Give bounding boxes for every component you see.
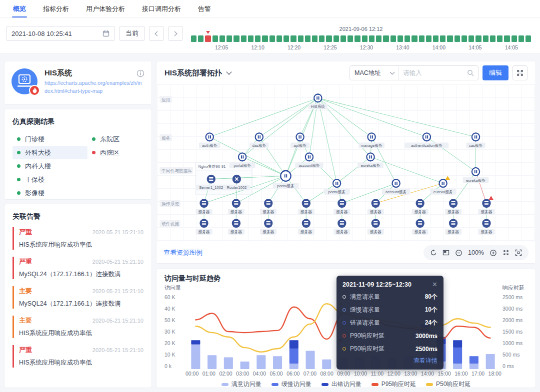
topology-node[interactable]: 服务器 — [228, 219, 244, 235]
topology-node[interactable]: portal服务 — [324, 179, 350, 195]
alert-item[interactable]: 主要2020-05-21 15:21:10HIS系统应用响应成功率低 — [12, 316, 144, 338]
timeline-block[interactable] — [248, 35, 254, 42]
next-button[interactable] — [168, 26, 183, 41]
timeline-block[interactable] — [412, 35, 417, 42]
timeline-block[interactable] — [334, 35, 339, 42]
application-url-link[interactable]: https://echarts.apache.org/examples/zh/i… — [44, 79, 144, 95]
topology-node[interactable]: das服务 — [250, 133, 268, 148]
timeline-block[interactable] — [504, 35, 510, 42]
timeline-block[interactable] — [319, 35, 324, 42]
tab-item[interactable]: 接口调用分析 — [142, 0, 181, 17]
tab-item[interactable]: 指标分析 — [43, 0, 69, 17]
topology-node[interactable]: 服务器 — [478, 196, 494, 214]
topology-node[interactable]: 服务器 — [478, 219, 494, 235]
timeline-block[interactable] — [348, 35, 353, 42]
simulation-item[interactable]: 东院区 — [88, 132, 144, 146]
topology-node[interactable]: 服务器 — [445, 199, 462, 215]
topology-node[interactable]: 服务器 — [298, 199, 314, 215]
resource-legend-link[interactable]: 查看资源图例 — [164, 248, 202, 257]
alert-item[interactable]: 严重2020-05-21 15:21:10HIS系统应用响应成功率低 — [12, 345, 144, 368]
search-type-select[interactable]: MAC地址 — [350, 66, 399, 80]
topology-node[interactable]: 服务器 — [368, 199, 384, 215]
tab-item[interactable]: 用户体验分析 — [86, 0, 125, 17]
topology-node[interactable]: 服务器 — [260, 219, 276, 235]
timeline-block[interactable] — [340, 35, 346, 42]
timeline-block[interactable] — [454, 35, 460, 42]
simulation-item[interactable]: 干保楼 — [12, 173, 88, 186]
timeline-block[interactable] — [205, 35, 210, 42]
timeline-block[interactable] — [512, 35, 517, 42]
simulation-item[interactable]: 门诊楼 — [12, 132, 88, 146]
search-input[interactable] — [403, 69, 464, 76]
topology-graph[interactable]: Nginx集群90-91HIS系统auth服务das服务api服务manage服… — [157, 84, 535, 242]
topology-node[interactable]: 服务器 — [228, 199, 244, 215]
timeline-block[interactable] — [497, 35, 502, 42]
current-button[interactable]: 当前 — [119, 26, 145, 41]
simulation-item[interactable]: 外科大楼 — [12, 146, 88, 159]
alert-item[interactable]: 主要2020-05-21 15:21:10MySQL24（172.17.166.… — [12, 286, 144, 309]
timeline-block[interactable] — [390, 35, 396, 42]
timeline-block[interactable] — [298, 35, 304, 42]
timeline-block[interactable] — [212, 35, 218, 42]
zoom-in-icon[interactable] — [490, 249, 497, 257]
timeline-block[interactable] — [476, 35, 481, 42]
expand-icon[interactable] — [502, 249, 510, 256]
timeline-block[interactable] — [305, 35, 310, 42]
timeline-block[interactable] — [483, 35, 488, 42]
refresh-icon[interactable] — [430, 249, 437, 256]
edit-button[interactable]: 编辑 — [482, 65, 508, 80]
topology-node[interactable]: eureka服务 — [463, 168, 489, 183]
timeline-block[interactable] — [376, 35, 382, 42]
topology-node[interactable]: eureka服务 — [430, 176, 456, 194]
topology-node[interactable]: 服务器 — [412, 219, 428, 235]
timeline-block[interactable] — [326, 35, 332, 42]
simulation-item[interactable]: 西院区 — [88, 146, 144, 159]
topology-node[interactable]: 服务器 — [368, 219, 384, 235]
topology-node[interactable]: account服务 — [295, 153, 323, 168]
timeline-block[interactable] — [270, 35, 275, 42]
timeline-block[interactable] — [220, 35, 225, 42]
timeline-block[interactable] — [234, 35, 239, 42]
topology-node[interactable]: 服务器 — [260, 199, 276, 215]
alert-item[interactable]: 严重2020-05-21 15:21:10HIS系统应用响应成功率低 — [12, 227, 144, 250]
timeline-block[interactable] — [462, 35, 467, 42]
timeline-block[interactable] — [440, 35, 446, 42]
info-icon[interactable] — [136, 69, 144, 77]
timeline-block[interactable] — [354, 35, 360, 42]
topology-node[interactable]: authentication服务 — [404, 133, 448, 148]
timeline-block[interactable] — [426, 35, 432, 42]
timeline-block[interactable] — [398, 35, 403, 42]
close-icon[interactable]: ✕ — [432, 281, 438, 288]
timeline-block[interactable] — [419, 35, 424, 42]
simulation-item[interactable]: 影像楼 — [12, 186, 88, 200]
timeline-block[interactable] — [191, 35, 196, 42]
timeline-block[interactable] — [383, 35, 388, 42]
prev-button[interactable] — [149, 26, 164, 41]
legend-item[interactable]: P50响应时延 — [426, 380, 470, 388]
timeline-block[interactable] — [518, 35, 524, 42]
topology-node[interactable]: 服务器 — [445, 219, 462, 235]
timeline-block[interactable] — [526, 35, 531, 42]
timeline-block[interactable] — [255, 35, 260, 42]
topology-node[interactable]: eureka服务 — [358, 153, 384, 168]
legend-item[interactable]: 满意访问量 — [222, 380, 262, 388]
timeline-block[interactable] — [369, 35, 374, 42]
timeline-block[interactable] — [262, 35, 268, 42]
timeline-block[interactable] — [241, 35, 246, 42]
legend-item[interactable]: P95响应时延 — [372, 380, 416, 388]
topology-node[interactable]: manage服务 — [358, 133, 384, 148]
fit-screen-icon[interactable] — [515, 249, 522, 256]
fullscreen-button[interactable] — [512, 65, 528, 80]
tab-active[interactable]: 概览 — [13, 0, 26, 17]
topology-node[interactable]: api服务 — [290, 133, 310, 148]
topology-node[interactable]: 服务器 — [412, 199, 428, 215]
tab-item[interactable]: 告警 — [198, 0, 211, 17]
search-icon[interactable] — [467, 69, 474, 76]
timeline-block[interactable] — [433, 35, 438, 42]
topology-title-dropdown[interactable]: HIS系统部署拓扑 — [164, 68, 231, 78]
timeline-block[interactable] — [198, 35, 204, 42]
timeline-block[interactable] — [284, 35, 289, 42]
topology-node[interactable]: 服务器 — [298, 219, 314, 235]
timeline-block[interactable] — [490, 35, 496, 42]
simulation-item[interactable]: 内科大楼 — [12, 159, 88, 173]
